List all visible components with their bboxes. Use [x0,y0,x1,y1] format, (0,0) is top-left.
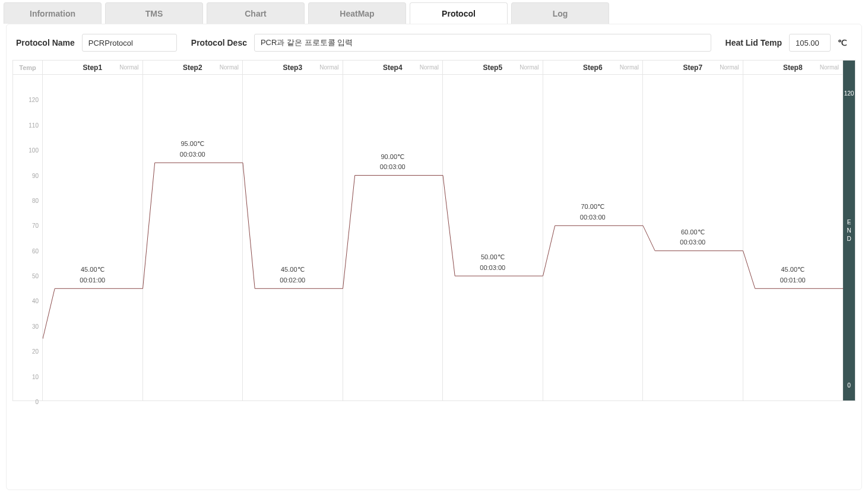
step-name: Step1 [83,63,102,72]
y-tick: 40 [32,298,39,304]
step-column[interactable]: Step1Normal45.00℃00:01:00 [43,61,143,401]
protocol-form-row: Protocol Name Protocol Desc Heat Lid Tem… [12,34,856,52]
step-column[interactable]: Step5Normal50.00℃00:03:00 [443,61,543,401]
step-name: Step6 [583,63,603,72]
y-tick: 20 [32,348,39,355]
step-value-label: 90.00℃00:03:00 [343,152,443,173]
protocol-name-input[interactable] [82,34,177,52]
y-tick: 10 [32,373,39,380]
step-header: Step6Normal [543,61,643,75]
y-tick: 50 [32,273,39,279]
y-axis: Temp 0102030405060708090100110120 [13,61,43,401]
step-value-label: 45.00℃00:01:00 [43,265,142,285]
end-label: END [843,218,855,243]
tab-heatmap[interactable]: HeatMap [308,2,406,24]
step-mode: Normal [420,64,439,71]
tab-log[interactable]: Log [511,2,609,24]
y-axis-label: Temp [13,61,42,75]
step-column[interactable]: Step6Normal70.00℃00:03:00 [543,61,644,401]
heat-lid-temp-label: Heat Lid Temp [726,38,782,47]
y-tick: 0 [35,399,39,405]
heat-lid-temp-unit: ℃ [838,38,852,47]
step-column[interactable]: Step4Normal90.00℃00:03:00 [343,61,443,401]
y-tick: 100 [28,147,39,154]
step-header: Step7Normal [643,61,743,75]
step-header: Step3Normal [243,61,343,75]
y-tick: 110 [28,122,39,128]
step-column[interactable]: Step8Normal45.00℃00:01:00 [743,61,844,401]
y-tick: 30 [32,323,39,329]
end-bot-value: 0 [843,382,855,389]
protocol-desc-input[interactable] [254,34,711,52]
step-mode: Normal [720,64,739,71]
step-value-label: 95.00℃00:03:00 [143,139,243,160]
tab-information[interactable]: Information [4,2,102,24]
step-value-label: 50.00℃00:03:00 [443,252,543,273]
step-value-label: 45.00℃00:01:00 [743,265,843,285]
tab-chart[interactable]: Chart [207,2,305,24]
step-name: Step7 [683,63,702,72]
tab-tms[interactable]: TMS [105,2,203,24]
step-value-label: 70.00℃00:03:00 [543,202,643,223]
protocol-chart: Temp 0102030405060708090100110120 Step1N… [12,60,856,401]
y-tick: 70 [32,223,39,229]
end-top-value: 120 [843,90,855,97]
step-header: Step8Normal [743,61,843,75]
step-value-label: 60.00℃00:03:00 [643,227,743,248]
protocol-desc-label: Protocol Desc [191,38,247,47]
y-tick: 90 [32,172,39,179]
tab-protocol[interactable]: Protocol [410,2,508,24]
y-tick: 80 [32,197,39,204]
step-column[interactable]: Step2Normal95.00℃00:03:00 [143,61,243,401]
step-name: Step3 [283,63,302,72]
step-header: Step1Normal [43,61,142,75]
step-mode: Normal [519,64,538,71]
protocol-panel: Protocol Name Protocol Desc Heat Lid Tem… [6,24,862,490]
step-column[interactable]: Step7Normal60.00℃00:03:00 [643,61,743,401]
y-tick: 120 [28,97,39,103]
step-header: Step5Normal [443,61,543,75]
step-name: Step2 [183,63,202,72]
step-header: Step2Normal [143,61,243,75]
step-value-label: 45.00℃00:02:00 [243,265,343,285]
step-column[interactable]: Step3Normal45.00℃00:02:00 [243,61,343,401]
step-name: Step4 [383,63,403,72]
end-column: 120 END 0 [843,61,855,401]
step-mode: Normal [119,64,138,71]
step-mode: Normal [220,64,239,71]
protocol-name-label: Protocol Name [16,38,75,47]
steps-container: Step1Normal45.00℃00:01:00Step2Normal95.0… [43,61,843,401]
step-mode: Normal [620,64,639,71]
step-mode: Normal [820,64,839,71]
step-header: Step4Normal [343,61,443,75]
y-tick: 60 [32,247,39,254]
step-mode: Normal [319,64,338,71]
heat-lid-temp-input[interactable] [789,34,831,52]
tab-bar: Information TMS Chart HeatMap Protocol L… [0,0,868,24]
step-name: Step8 [783,63,803,72]
step-name: Step5 [483,63,502,72]
